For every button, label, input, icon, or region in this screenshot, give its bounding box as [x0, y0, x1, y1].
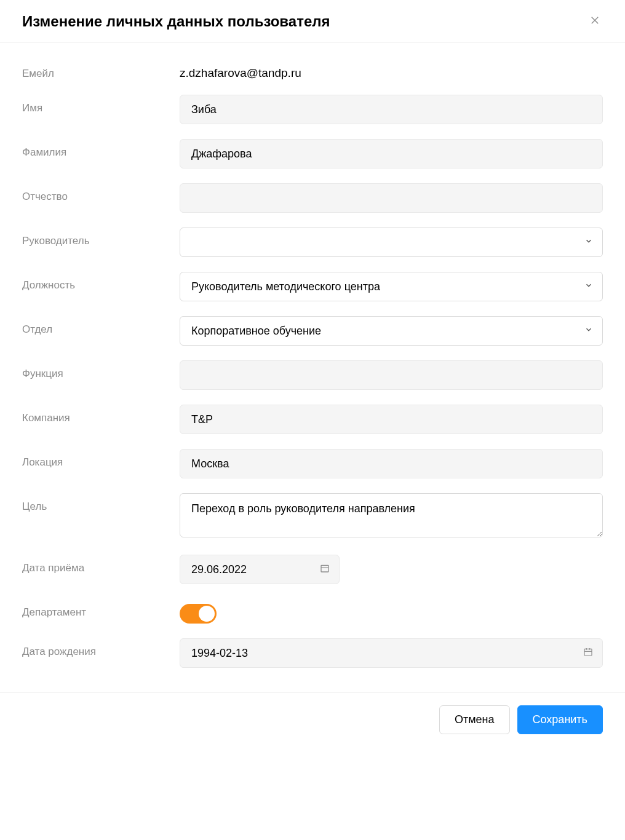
label-dept-toggle: Департамент	[22, 599, 180, 619]
manager-select[interactable]	[180, 228, 603, 257]
close-button[interactable]	[587, 12, 603, 30]
modal-footer: Отмена Сохранить	[0, 692, 625, 747]
position-select[interactable]: Руководитель методического центра	[180, 272, 603, 301]
row-company: Компания	[22, 405, 603, 434]
row-patronymic: Отчество	[22, 183, 603, 213]
modal-title: Изменение личных данных пользователя	[22, 13, 330, 30]
save-button[interactable]: Сохранить	[517, 705, 603, 734]
company-input[interactable]	[180, 405, 603, 434]
row-function: Функция	[22, 360, 603, 390]
row-last-name: Фамилия	[22, 139, 603, 168]
last-name-input[interactable]	[180, 139, 603, 168]
label-last-name: Фамилия	[22, 139, 180, 159]
department-value: Корпоративное обучение	[191, 325, 321, 338]
label-birth-date: Дата рождения	[22, 638, 180, 658]
label-position: Должность	[22, 272, 180, 291]
toggle-knob	[199, 606, 215, 622]
row-birth-date: Дата рождения	[22, 638, 603, 668]
cancel-button[interactable]: Отмена	[439, 705, 510, 734]
label-patronymic: Отчество	[22, 183, 180, 203]
row-location: Локация	[22, 449, 603, 478]
label-manager: Руководитель	[22, 228, 180, 247]
goal-textarea[interactable]: Переход в роль руководителя направления	[180, 493, 603, 537]
first-name-input[interactable]	[180, 95, 603, 124]
label-company: Компания	[22, 405, 180, 424]
label-department: Отдел	[22, 316, 180, 336]
birth-date-input[interactable]	[180, 638, 603, 668]
label-email: Емейл	[22, 60, 180, 80]
label-function: Функция	[22, 360, 180, 380]
label-first-name: Имя	[22, 95, 180, 114]
row-hire-date: Дата приёма	[22, 555, 603, 584]
close-icon	[589, 15, 600, 28]
email-value: z.dzhafarova@tandp.ru	[180, 60, 603, 80]
modal-header: Изменение личных данных пользователя	[0, 0, 625, 43]
edit-user-modal: Изменение личных данных пользователя Еме…	[0, 0, 625, 747]
function-input[interactable]	[180, 360, 603, 390]
label-goal: Цель	[22, 493, 180, 513]
patronymic-input[interactable]	[180, 183, 603, 213]
department-select[interactable]: Корпоративное обучение	[180, 316, 603, 346]
row-position: Должность Руководитель методического цен…	[22, 272, 603, 301]
row-dept-toggle: Департамент	[22, 599, 603, 624]
row-email: Емейл z.dzhafarova@tandp.ru	[22, 60, 603, 80]
hire-date-input[interactable]	[180, 555, 340, 584]
row-manager: Руководитель	[22, 228, 603, 257]
row-goal: Цель Переход в роль руководителя направл…	[22, 493, 603, 540]
row-first-name: Имя	[22, 95, 603, 124]
department-toggle[interactable]	[180, 604, 217, 624]
position-value: Руководитель методического центра	[191, 280, 380, 293]
location-input[interactable]	[180, 449, 603, 478]
row-department: Отдел Корпоративное обучение	[22, 316, 603, 346]
label-location: Локация	[22, 449, 180, 469]
modal-body: Емейл z.dzhafarova@tandp.ru Имя Фамилия …	[0, 43, 625, 692]
label-hire-date: Дата приёма	[22, 555, 180, 574]
